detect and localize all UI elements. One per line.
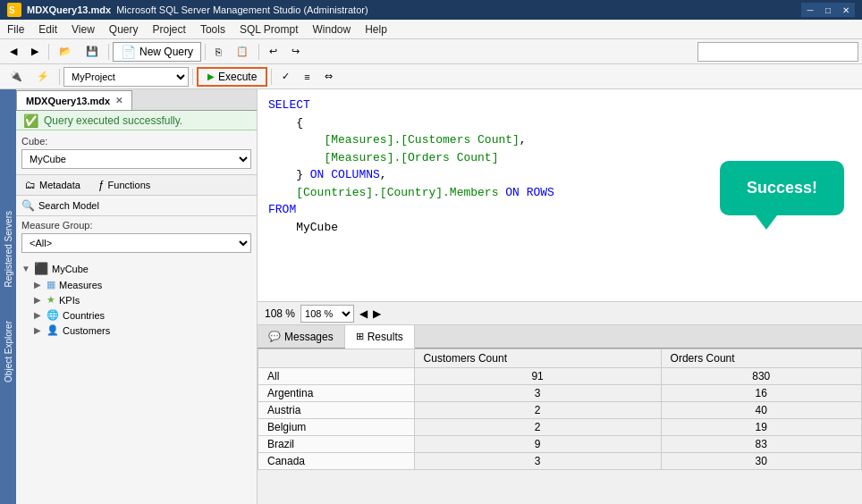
tree-customers[interactable]: ▶ 👤 Customers [16,323,257,338]
object-explorer-label: Object Explorer [2,317,15,386]
execute-button[interactable]: ▶ Execute [197,67,267,87]
cell-orders-count: 30 [661,453,861,470]
menu-view[interactable]: View [64,21,102,38]
tree-root[interactable]: ▼ ⬛ MyCube [16,260,257,277]
success-bar: ✅ Query executed successfully. [16,111,257,130]
cell-label: Austria [258,402,415,419]
open-button[interactable]: 📂 [53,42,78,62]
menu-bar: File Edit View Query Project Tools SQL P… [0,20,862,39]
undo-button[interactable]: ↩ [263,42,283,62]
scroll-left-icon[interactable]: ◀ [359,307,368,320]
table-row: Brazil 9 83 [258,436,862,453]
menu-file[interactable]: File [0,21,31,38]
toolbar-1: ◀ ▶ 📂 💾 📄 New Query ⎘ 📋 ↩ ↪ [0,39,862,64]
title-filename: MDXQuery13.mdx [27,4,111,15]
align-button[interactable]: ⇔ [318,67,339,87]
cell-customers-count: 9 [414,436,661,453]
back-button[interactable]: ◀ [4,42,23,62]
cube-label: Cube: [21,136,251,147]
tree-root-label: MyCube [52,264,89,274]
maximize-button[interactable]: □ [819,3,837,17]
paste-button[interactable]: 📋 [230,42,255,62]
search-input[interactable] [697,42,858,62]
cell-customers-count: 3 [414,385,661,402]
title-bar: S MDXQuery13.mdx Microsoft SQL Server Ma… [0,0,862,20]
tree-kpis[interactable]: ▶ ★ KPIs [16,292,257,307]
tree-measures-label: Measures [59,280,102,290]
cell-label: Belgium [258,419,415,436]
zoom-label: 108 % [265,307,295,320]
menu-query[interactable]: Query [102,21,146,38]
title-subtitle: Microsoft SQL Server Management Studio (… [116,4,801,15]
sep-2 [108,44,109,60]
results-table-wrap: Customers Count Orders Count All 91 830 … [258,349,862,504]
results-table: Customers Count Orders Count All 91 830 … [258,349,862,470]
close-button[interactable]: ✕ [837,3,855,17]
query-tab-close-icon[interactable]: ✕ [115,96,123,105]
tree-measures[interactable]: ▶ ▦ Measures [16,277,257,292]
results-tab-label: Results [368,331,403,343]
cell-customers-count: 2 [414,419,661,436]
cube-selector[interactable]: MyCube [21,149,251,169]
measures-expand-icon: ▶ [34,280,46,290]
table-row: Austria 2 40 [258,402,862,419]
menu-project[interactable]: Project [146,21,193,38]
tab-results[interactable]: ⊞ Results [345,325,415,349]
registered-servers-label: Registered Servers [2,207,15,291]
scroll-right-icon[interactable]: ▶ [373,307,381,320]
sep-1 [48,44,49,60]
kpis-icon: ★ [46,294,55,306]
app-icon: S [7,3,21,17]
menu-tools[interactable]: Tools [193,21,232,38]
functions-icon: ƒ [98,179,105,191]
cell-label: Canada [258,453,415,470]
menu-help[interactable]: Help [358,21,394,38]
disconnect-button[interactable]: ⚡ [30,67,55,87]
messages-tab-label: Messages [284,331,334,343]
minimize-button[interactable]: ─ [801,3,819,17]
countries-icon: 🌐 [46,309,59,321]
redo-button[interactable]: ↪ [285,42,306,62]
sep-5 [59,69,60,85]
search-row: 🔍 Search Model [16,196,257,215]
table-row: Canada 3 30 [258,453,862,470]
zoom-selector[interactable]: 108 % 100 % 75 % [300,305,354,323]
project-selector[interactable]: MyProject [63,67,189,87]
query-tab-label: MDXQuery13.mdx [26,96,110,106]
tree-countries-label: Countries [63,310,105,321]
format-button[interactable]: ≡ [298,67,316,87]
menu-sqlprompt[interactable]: SQL Prompt [232,21,306,38]
query-tab-active[interactable]: MDXQuery13.mdx ✕ [16,90,132,110]
connect-button[interactable]: 🔌 [4,67,29,87]
metadata-label: Metadata [39,180,80,190]
cell-orders-count: 16 [661,385,861,402]
table-header-row: Customers Count Orders Count [258,349,862,368]
measure-group-selector[interactable]: <All> [21,233,251,253]
tree-countries[interactable]: ▶ 🌐 Countries [16,307,257,323]
meta-tab-functions[interactable]: ƒ Functions [89,175,159,195]
cell-orders-count: 830 [661,368,861,385]
tab-messages[interactable]: 💬 Messages [258,325,345,348]
meta-tab-metadata[interactable]: 🗂 Metadata [16,175,89,195]
measures-bar-icon: ▦ [46,279,55,290]
save-button[interactable]: 💾 [80,42,105,62]
check-button[interactable]: ✓ [275,67,296,87]
forward-button[interactable]: ▶ [25,42,45,62]
cell-orders-count: 19 [661,419,861,436]
search-model-label[interactable]: Search Model [38,200,99,211]
table-row: All 91 830 [258,368,862,385]
new-query-button[interactable]: 📄 New Query [113,42,201,62]
table-row: Belgium 2 19 [258,419,862,436]
right-panel: SELECT { [Measures].[Customers Count], [… [258,89,862,504]
measure-group-label: Measure Group: [21,220,251,231]
cell-label: Brazil [258,436,415,453]
copy-button[interactable]: ⎘ [209,42,228,62]
customers-expand-icon: ▶ [34,325,46,335]
results-panel: 💬 Messages ⊞ Results Customers Count Ord… [258,325,862,504]
menu-window[interactable]: Window [305,21,358,38]
cell-customers-count: 91 [414,368,661,385]
code-line-1: SELECT [268,97,851,114]
sep-4 [258,44,259,60]
svg-text:S: S [9,5,15,15]
menu-edit[interactable]: Edit [31,21,64,38]
